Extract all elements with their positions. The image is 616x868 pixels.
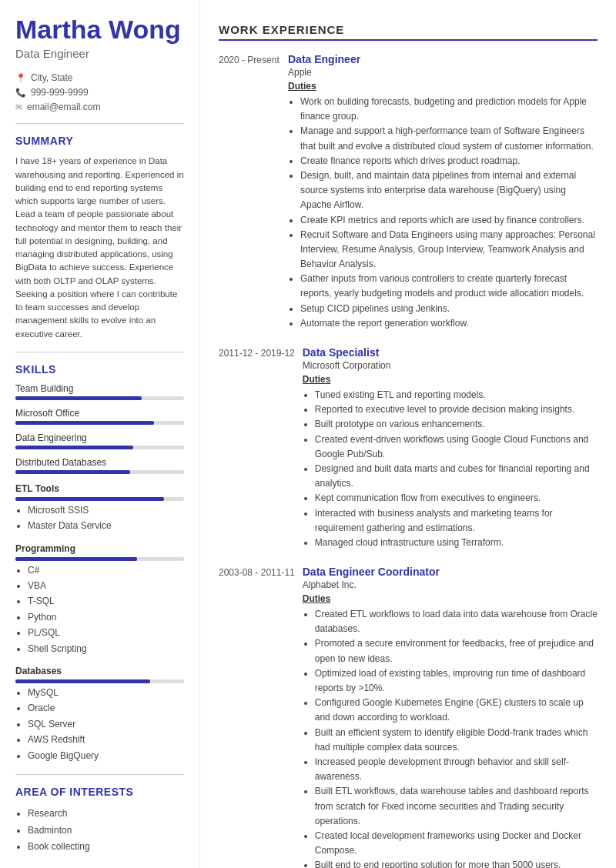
job-details-2: Data Engineer Coordinator Alphabet Inc. … <box>303 566 598 868</box>
list-item: Work on building forecasts, budgeting an… <box>300 95 598 124</box>
job-title-0: Data Engineer <box>288 53 598 65</box>
skills-title: SKILLS <box>15 363 184 376</box>
duties-label-1: Duties <box>303 374 598 385</box>
list-item: Gather inputs from various controllers t… <box>300 272 598 301</box>
list-item: Design, built, and maintain data pipelin… <box>300 169 598 213</box>
list-item: Master Data Service <box>28 518 184 533</box>
list-item: Optimized load of existing tables, impro… <box>315 666 598 696</box>
duties-label-0: Duties <box>288 81 598 92</box>
candidate-name: Martha Wong <box>15 15 184 44</box>
skill-bar-fill-1 <box>15 421 154 425</box>
list-item: Built prototype on various enhancements. <box>315 417 598 432</box>
databases-bar-fill <box>15 679 150 683</box>
duties-list-1: Tuned existing ETL and reporting models.… <box>303 388 598 550</box>
contact-location: 📍 City, State <box>15 72 184 83</box>
interests-list: Research Badminton Book collecting <box>15 806 184 856</box>
list-item: Book collecting <box>28 839 184 856</box>
interests-title: AREA OF INTERESTS <box>15 786 184 798</box>
job-title-1: Data Specialist <box>303 346 598 359</box>
location-icon: 📍 <box>15 73 26 83</box>
contact-phone: 📞 999-999-9999 <box>15 87 184 98</box>
resume-page: Martha Wong Data Engineer 📍 City, State … <box>0 0 616 868</box>
list-item: Interacted with business analysts and ma… <box>315 506 598 536</box>
list-item: Built end to end reporting solution for … <box>315 858 598 868</box>
divider-3 <box>15 774 184 775</box>
divider-2 <box>15 352 184 352</box>
list-item: Configured Google Kubernetes Engine (GKE… <box>315 696 598 725</box>
list-item: Create KPI metrics and reports which are… <box>300 213 598 228</box>
duties-label-2: Duties <box>303 593 598 604</box>
list-item: PL/SQL <box>28 625 184 640</box>
list-item: Automate the report generation workflow. <box>300 316 598 331</box>
phone-icon: 📞 <box>15 88 26 98</box>
programming-bar-bg <box>15 557 184 561</box>
list-item: MySQL <box>28 685 184 700</box>
databases-title: Databases <box>15 666 184 676</box>
list-item: Created ETL workflows to load data into … <box>315 607 598 636</box>
etl-bar-bg <box>15 497 184 501</box>
list-item: Designed and built data marts and cubes … <box>315 462 598 491</box>
job-entry-1: 2011-12 - 2019-12 Data Specialist Micros… <box>219 346 598 550</box>
programming-title: Programming <box>15 543 184 554</box>
list-item: Python <box>28 609 184 625</box>
job-date-1: 2011-12 - 2019-12 <box>219 346 303 550</box>
job-title-2: Data Engineer Coordinator <box>303 566 598 578</box>
list-item: Research <box>28 806 184 823</box>
list-item: Shell Scripting <box>28 641 184 656</box>
contact-email: ✉ email@email.com <box>15 102 184 112</box>
skill-distributed-databases: Distributed Databases <box>15 457 184 474</box>
list-item: Created local development frameworks usi… <box>315 829 598 858</box>
job-company-0: Apple <box>288 67 598 78</box>
candidate-title: Data Engineer <box>15 47 184 60</box>
skill-bar-bg-2 <box>15 446 184 449</box>
list-item: VBA <box>28 578 184 593</box>
skill-bar-bg-3 <box>15 470 184 474</box>
list-item: Badminton <box>28 823 184 840</box>
duties-list-0: Work on building forecasts, budgeting an… <box>288 95 598 331</box>
list-item: Manage and support a high-performance te… <box>300 124 598 153</box>
skill-bar-fill-3 <box>15 470 130 474</box>
job-details-1: Data Specialist Microsoft Corporation Du… <box>303 346 598 550</box>
programming-list: C# VBA T-SQL Python PL/SQL Shell Scripti… <box>15 563 184 656</box>
databases-bar-bg <box>15 679 184 683</box>
list-item: Built an efficient system to identify el… <box>315 726 598 755</box>
list-item: T-SQL <box>28 593 184 609</box>
list-item: AWS Redshift <box>28 732 184 747</box>
list-item: Microsoft SSIS <box>28 502 184 518</box>
programming-bar-fill <box>15 557 137 561</box>
skill-data-engineering: Data Engineering <box>15 432 184 449</box>
etl-list: Microsoft SSIS Master Data Service <box>15 502 184 534</box>
job-date-2: 2003-08 - 2011-11 <box>219 566 303 868</box>
skill-bar-bg-0 <box>15 396 184 400</box>
list-item: Tuned existing ETL and reporting models. <box>315 388 598 402</box>
list-item: Google BigQuery <box>28 748 184 763</box>
list-item: Setup CICD pipelines using Jenkins. <box>300 302 598 316</box>
list-item: Managed cloud infrastructure using Terra… <box>315 536 598 550</box>
job-date-0: 2020 - Present <box>219 53 288 331</box>
list-item: Promoted a secure environment for feedba… <box>315 636 598 666</box>
list-item: Built ETL workflows, data warehouse tabl… <box>315 784 598 829</box>
skill-bar-bg-1 <box>15 421 184 425</box>
work-experience-title: WORK EXPERIENCE <box>219 23 598 41</box>
job-entry-0: 2020 - Present Data Engineer Apple Dutie… <box>219 53 598 331</box>
list-item: Reported to executive level to provide d… <box>315 402 598 417</box>
job-company-1: Microsoft Corporation <box>303 360 598 371</box>
main-content: WORK EXPERIENCE 2020 - Present Data Engi… <box>200 0 616 868</box>
divider-1 <box>15 123 184 124</box>
skill-bar-fill-0 <box>15 396 142 400</box>
list-item: Created event-driven workflows using Goo… <box>315 432 598 462</box>
email-icon: ✉ <box>15 102 22 112</box>
databases-list: MySQL Oracle SQL Server AWS Redshift Goo… <box>15 685 184 763</box>
skill-microsoft-office: Microsoft Office <box>15 408 184 425</box>
list-item: Oracle <box>28 700 184 716</box>
list-item: Create finance reports which drives prod… <box>300 154 598 169</box>
list-item: C# <box>28 563 184 578</box>
duties-list-2: Created ETL workflows to load data into … <box>303 607 598 868</box>
list-item: Kept communication flow from executives … <box>315 491 598 506</box>
sidebar: Martha Wong Data Engineer 📍 City, State … <box>0 0 200 868</box>
job-details-0: Data Engineer Apple Duties Work on build… <box>288 53 598 331</box>
job-entry-2: 2003-08 - 2011-11 Data Engineer Coordina… <box>219 566 598 868</box>
job-company-2: Alphabet Inc. <box>303 579 598 590</box>
list-item: Increased people development through beh… <box>315 755 598 784</box>
skill-team-building: Team Building <box>15 383 184 400</box>
